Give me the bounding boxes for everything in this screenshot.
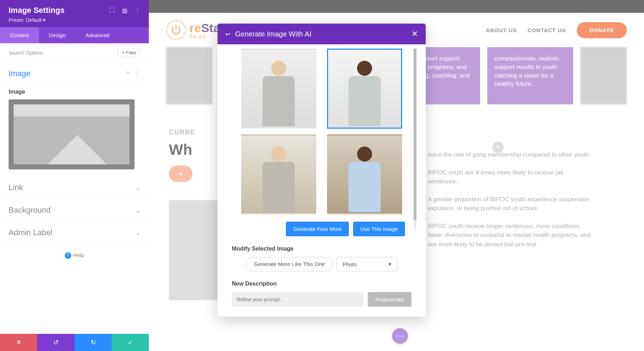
footer-actions: ✕ ↺ ↻ ✓	[0, 334, 149, 351]
undo-button[interactable]: ↺	[37, 334, 74, 351]
generated-image-3[interactable]	[241, 134, 316, 214]
section-more-icon[interactable]: ⋮	[135, 70, 140, 77]
new-description-label: New Description	[232, 281, 411, 287]
image-preview[interactable]	[9, 99, 135, 169]
preset-selector[interactable]: Preset: Default ▾	[9, 17, 140, 23]
filter-button[interactable]: +Filter	[118, 48, 140, 57]
chevron-down-icon: ⌄	[136, 207, 140, 214]
expand-icon[interactable]: ⛶	[109, 7, 115, 14]
plus-icon: +	[122, 50, 125, 55]
sidebar-header: Image Settings ⛶ ▥ ⋮ Preset: Default ▾	[0, 0, 149, 27]
section-background[interactable]: Background ⌄	[0, 199, 149, 222]
more-icon[interactable]: ⋮	[135, 7, 140, 14]
save-button[interactable]: ✓	[112, 334, 149, 351]
ai-image-modal: ↩ Generate Image With AI ✕ Generate Four…	[218, 24, 426, 317]
cancel-button[interactable]: ✕	[0, 334, 37, 351]
section-link[interactable]: Link ⌄	[0, 177, 149, 199]
chevron-down-icon: ⌄	[136, 229, 140, 236]
chevron-down-icon: ▾	[389, 261, 391, 267]
tab-design[interactable]: Design	[39, 27, 76, 43]
settings-sidebar: Image Settings ⛶ ▥ ⋮ Preset: Default ▾ C…	[0, 0, 149, 351]
search-input[interactable]: Search Options	[9, 50, 43, 56]
generated-image-4[interactable]	[327, 134, 402, 214]
settings-tabs: Content Design Advanced	[0, 27, 149, 43]
generate-four-more-button[interactable]: Generate Four More	[286, 222, 349, 236]
help-link[interactable]: ?Help	[0, 244, 149, 267]
help-icon: ?	[65, 252, 71, 259]
scrollbar-thumb[interactable]	[414, 49, 416, 220]
sidebar-title: Image Settings	[9, 6, 64, 15]
back-icon[interactable]: ↩	[225, 31, 230, 38]
regenerate-button[interactable]: Regenerate	[368, 292, 411, 307]
generate-like-this-button[interactable]: Generate More Like This One	[246, 257, 333, 271]
modal-title: Generate Image With AI	[235, 30, 311, 38]
style-select[interactable]: Photo▾	[337, 257, 397, 271]
refine-prompt-input[interactable]	[232, 292, 364, 307]
use-this-image-button[interactable]: Use This Image	[353, 222, 405, 236]
generated-image-1[interactable]	[241, 49, 316, 129]
section-image[interactable]: Image ⌃⋮	[0, 63, 149, 85]
tab-content[interactable]: Content	[0, 27, 39, 43]
modify-label: Modify Selected Image	[232, 246, 411, 252]
image-field-label: Image	[9, 89, 140, 95]
layout-icon[interactable]: ▥	[122, 7, 127, 14]
generated-image-2[interactable]	[327, 49, 402, 129]
chevron-down-icon: ⌄	[136, 184, 140, 191]
close-icon[interactable]: ✕	[411, 29, 418, 39]
section-admin-label[interactable]: Admin Label ⌄	[0, 222, 149, 244]
redo-button[interactable]: ↻	[74, 334, 112, 351]
chevron-up-icon[interactable]: ⌃	[126, 70, 130, 77]
tab-advanced[interactable]: Advanced	[75, 27, 119, 43]
